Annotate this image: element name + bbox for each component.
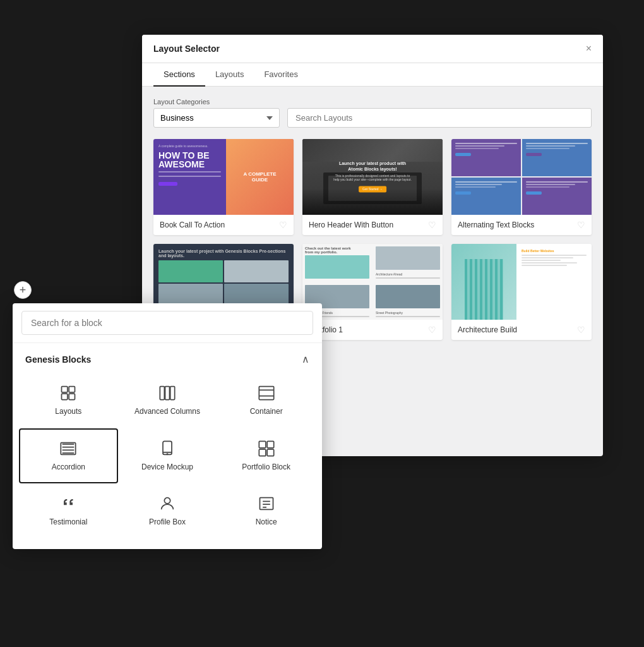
svg-rect-6 [170,387,175,400]
tab-layouts[interactable]: Layouts [205,63,254,87]
svg-rect-20 [259,449,266,456]
block-item-notice[interactable]: Notice [217,483,316,539]
layout-search-input[interactable] [287,108,592,128]
block-item-testimonial[interactable]: Testimonial [19,483,118,539]
svg-rect-0 [62,387,68,392]
card-title-book-cta: Book Call To Action [160,221,225,229]
tab-favorites[interactable]: Favorites [254,63,307,87]
svg-rect-3 [69,394,75,399]
favorite-icon-hero-header[interactable]: ♡ [428,220,436,230]
profile-box-icon [158,495,176,512]
block-label-portfolio-block: Portfolio Block [242,463,290,473]
svg-rect-18 [259,441,266,448]
card-preview-alt-text [451,139,592,215]
modal-close-button[interactable]: × [586,44,592,54]
block-label-accordion: Accordion [52,463,85,473]
accordion-icon [59,440,77,457]
block-item-container[interactable]: Container [217,373,316,428]
block-search-input[interactable] [21,311,313,335]
modal-header: Layout Selector × [142,35,603,63]
filter-label: Layout Categories [153,98,280,106]
block-item-advanced-columns[interactable]: Advanced Columns [118,373,217,428]
block-item-portfolio-block[interactable]: Portfolio Block [217,428,316,484]
block-label-testimonial: Testimonial [49,517,87,528]
card-footer-alt-text: Alternating Text Blocks ♡ [451,215,592,235]
block-item-profile-box[interactable]: Profile Box [118,483,217,539]
block-grid: Layouts Advanced Columns C [13,373,322,539]
favorite-icon-architecture[interactable]: ♡ [577,325,585,335]
block-item-device-mockup[interactable]: Device Mockup [118,428,217,484]
card-title-hero-header: Hero Header With Button [309,221,393,229]
svg-rect-2 [62,394,68,399]
block-inserter-panel: Genesis Blocks ∧ Layouts [13,303,322,549]
card-title-alt-text: Alternating Text Blocks [458,221,534,229]
advanced-columns-icon [158,384,176,402]
notice-icon [258,495,275,512]
layout-card-hero-header[interactable]: Launch your latest product withAtomic Bl… [302,139,443,235]
svg-rect-21 [267,449,274,456]
filter-row: Layout Categories Business Portfolio Blo… [153,98,592,128]
block-label-advanced-columns: Advanced Columns [134,407,200,417]
card-preview-hero-header: Launch your latest product withAtomic Bl… [302,139,443,215]
block-section-header: Genesis Blocks ∧ [13,343,322,373]
card-footer-portfolio-1: Portfolio 1 ♡ [302,320,443,340]
block-item-accordion[interactable]: Accordion [19,428,118,484]
block-item-layouts[interactable]: Layouts [19,373,118,428]
card-footer-book-cta: Book Call To Action ♡ [153,215,294,235]
block-label-device-mockup: Device Mockup [141,463,193,473]
modal-title: Layout Selector [153,44,220,54]
category-select[interactable]: Business Portfolio Blog Creative [153,108,280,128]
block-label-notice: Notice [256,517,277,528]
card-preview-architecture: Build Better Websites [451,244,592,320]
layout-card-book-cta[interactable]: A complete guide to awesomeness. HOW TO … [153,139,294,235]
svg-point-17 [167,454,167,454]
collapse-section-button[interactable]: ∧ [302,353,309,365]
svg-rect-19 [267,441,274,448]
favorite-icon-book-cta[interactable]: ♡ [279,220,287,230]
card-footer-hero-header: Hero Header With Button ♡ [302,215,443,235]
svg-rect-7 [259,387,273,400]
favorite-icon-alt-text[interactable]: ♡ [577,220,585,230]
card-preview-book-cta: A complete guide to awesomeness. HOW TO … [153,139,294,215]
favorite-icon-portfolio-1[interactable]: ♡ [428,325,436,335]
svg-rect-5 [165,387,169,400]
portfolio-block-icon [258,440,275,457]
block-section-title: Genesis Blocks [25,354,91,365]
block-label-container: Container [250,407,283,417]
layouts-icon [59,384,77,402]
container-icon [258,384,275,402]
tab-sections[interactable]: Sections [153,63,205,87]
testimonial-icon [59,495,77,512]
block-label-layouts: Layouts [55,407,81,417]
svg-rect-4 [160,387,164,400]
block-label-profile-box: Profile Box [149,517,186,528]
card-preview-portfolio-1: Check out the latest workfrom my portfol… [302,244,443,320]
layout-card-alt-text[interactable]: Alternating Text Blocks ♡ [451,139,592,235]
card-title-architecture: Architecture Build [458,325,517,334]
card-footer-architecture: Architecture Build ♡ [451,320,592,340]
svg-rect-1 [69,387,75,392]
layout-card-architecture[interactable]: Build Better Websites Architecture Build… [451,244,592,340]
add-block-button[interactable]: + [14,281,32,299]
category-filter-group: Layout Categories Business Portfolio Blo… [153,98,280,128]
svg-point-22 [164,498,170,504]
layout-card-portfolio-1[interactable]: Check out the latest workfrom my portfol… [302,244,443,340]
device-mockup-icon [158,440,176,457]
modal-tabs: Sections Layouts Favorites [142,63,603,87]
block-search-wrap [13,303,322,343]
